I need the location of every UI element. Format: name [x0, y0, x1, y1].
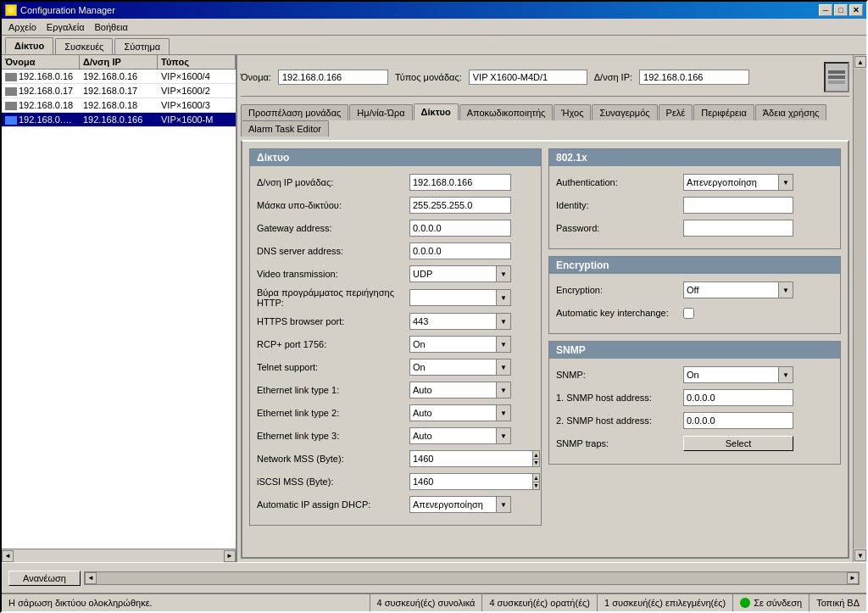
list-item[interactable]: 192.168.0.166 192.168.0.166 VIP×1600-M: [2, 113, 236, 127]
subnet-input[interactable]: [409, 197, 511, 214]
rcp-select[interactable]: OnOff: [409, 336, 511, 353]
encryption-panel: Encryption Encryption: OffOn ▼: [548, 256, 841, 334]
form-row-ip: Δ/νση IP μονάδας:: [257, 173, 534, 192]
iscsi-spinner[interactable]: ▲ ▼: [533, 473, 540, 490]
tab-alarm[interactable]: Συναγερμός: [592, 104, 657, 120]
eth2-select[interactable]: Auto10Mbps100Mbps: [409, 404, 511, 421]
scroll-up-btn[interactable]: ▲: [854, 56, 866, 68]
mss-spinner[interactable]: ▲ ▼: [533, 450, 540, 467]
eth1-select[interactable]: Auto10Mbps100Mbps: [409, 382, 511, 398]
left-panel: Όνομα Δ/νση IP Τύπος 192.168.0.16 192.16…: [2, 55, 237, 562]
gateway-label: Gateway address:: [257, 223, 409, 233]
tab-network[interactable]: Δίκτυο: [414, 103, 459, 120]
encryption-body: Encryption: OffOn ▼ Automatic key interc…: [549, 274, 840, 333]
left-panel-hscrollbar[interactable]: ◄ ►: [2, 549, 236, 562]
snmp-host1-input[interactable]: [683, 389, 793, 406]
close-button[interactable]: ✕: [849, 4, 863, 16]
dhcp-select[interactable]: ΑπενεργοποίησηΕνεργοποίηση: [409, 496, 511, 513]
status-total: 4 συσκευή(ές) συνολικά: [370, 594, 483, 611]
tab-relay[interactable]: Ρελέ: [659, 104, 693, 120]
telnet-select[interactable]: OnOff: [409, 359, 511, 376]
tab-system[interactable]: Σύστημα: [114, 38, 170, 54]
form-row-video: Video transmission: UDPTCPMulticast ▼: [257, 265, 534, 283]
menu-bar: Αρχείο Εργαλεία Βοήθεια: [2, 19, 866, 36]
col-ip: Δ/νση IP: [80, 55, 158, 69]
mss-down[interactable]: ▼: [533, 460, 539, 467]
snmp-host2-label: 2. SNMP host address:: [556, 415, 683, 426]
scroll-track-v: [854, 69, 866, 549]
tab-alarm-task[interactable]: Alarm Task Editor: [241, 120, 329, 137]
snmp-host2-input[interactable]: [683, 412, 793, 429]
window-title: Configuration Manager: [20, 5, 115, 15]
maximize-button[interactable]: □: [834, 4, 848, 16]
refresh-button[interactable]: Ανανέωση: [8, 571, 81, 586]
tab-network[interactable]: Δίκτυο: [5, 37, 53, 54]
status-connection-text: Σε σύνδεση: [754, 598, 802, 608]
list-item[interactable]: 192.168.0.16 192.168.0.16 VIP×1600/4: [2, 70, 236, 84]
tab-license[interactable]: Άδεια χρήσης: [755, 104, 827, 120]
form-row-http: Βύρα προγράμματος περιήγησης HTTP: 80808…: [257, 287, 534, 308]
list-item[interactable]: 192.168.0.18 192.168.0.18 VIP×1600/3: [2, 98, 236, 113]
hscroll-track: [97, 572, 847, 584]
rcp-label: RCP+ port 1756:: [257, 339, 409, 349]
header-name-value: 192.168.0.166: [278, 70, 388, 85]
form-row-password: Password:: [556, 219, 833, 237]
auth-body: Authentication: ΑπενεργοποίησηΕνεργοποίη…: [549, 166, 840, 248]
hscroll-right-btn[interactable]: ►: [847, 572, 859, 584]
password-input[interactable]: [683, 220, 793, 237]
minimize-button[interactable]: ─: [819, 4, 832, 16]
list-item[interactable]: 192.168.0.17 192.168.0.17 VIP×1600/2: [2, 84, 236, 98]
password-label: Password:: [556, 223, 683, 233]
hscroll-left-btn[interactable]: ◄: [85, 572, 97, 584]
dhcp-label: Automatic IP assign DHCP:: [257, 499, 409, 510]
bottom-bar: Ανανέωση ◄ ►: [2, 562, 866, 593]
gateway-input[interactable]: [409, 220, 511, 237]
form-row-dns: DNS server address:: [257, 242, 534, 260]
col-type: Τύπος: [158, 55, 236, 69]
auth-select[interactable]: ΑπενεργοποίησηΕνεργοποίηση: [683, 174, 793, 191]
iscsi-up[interactable]: ▲: [533, 474, 539, 482]
ip-field-input[interactable]: [409, 174, 511, 191]
tab-decoder[interactable]: Αποκωδικοποιητής: [459, 104, 554, 120]
tab-periphery[interactable]: Περιφέρεια: [693, 104, 754, 120]
iscsi-label: iSCSI MSS (Byte):: [257, 476, 409, 487]
bottom-hscrollbar[interactable]: ◄ ►: [84, 571, 860, 585]
network-panel: Δίκτυο Δ/νση IP μονάδας: Μάσκα υπο-δικτύ…: [249, 148, 542, 526]
main-vscrollbar[interactable]: ▲ ▼: [853, 55, 866, 562]
iscsi-down[interactable]: ▼: [533, 482, 539, 490]
tab-devices[interactable]: Συσκευές: [55, 38, 113, 54]
tab-datetime[interactable]: Ημ/νία-Ώρα: [349, 104, 412, 120]
mss-input[interactable]: [409, 450, 533, 467]
identity-input[interactable]: [683, 197, 793, 214]
https-label: HTTPS browser port:: [257, 316, 409, 326]
menu-file[interactable]: Αρχείο: [3, 20, 42, 34]
header-info: Όνομα: 192.168.0.166 Τύπος μονάδας: VIP …: [241, 59, 849, 97]
https-select[interactable]: 4438443: [409, 313, 511, 330]
status-connection: Σε σύνδεση: [733, 594, 810, 611]
scroll-track: [14, 549, 224, 562]
scroll-left-btn[interactable]: ◄: [2, 550, 14, 562]
eth3-select[interactable]: Auto10Mbps100Mbps: [409, 427, 511, 444]
dns-input[interactable]: [409, 242, 511, 259]
http-select[interactable]: 808080: [409, 289, 511, 306]
iscsi-input[interactable]: [409, 473, 533, 490]
scroll-right-btn[interactable]: ►: [224, 550, 236, 562]
snmp-select[interactable]: OnOff: [683, 366, 793, 383]
scroll-down-btn[interactable]: ▼: [854, 549, 866, 561]
tab-access[interactable]: Προσπέλαση μονάδας: [241, 104, 348, 120]
snmp-traps-select-button[interactable]: Select: [683, 436, 793, 451]
video-select[interactable]: UDPTCPMulticast: [409, 265, 511, 282]
mss-up[interactable]: ▲: [533, 451, 539, 460]
key-interchange-checkbox[interactable]: [683, 308, 694, 319]
device-icon-box: [824, 62, 849, 92]
app-icon: ⚙: [5, 4, 17, 16]
status-visible: 4 συσκευή(ές) ορατή(ές): [482, 594, 598, 611]
device-list[interactable]: 192.168.0.16 192.168.0.16 VIP×1600/4 192…: [2, 70, 236, 549]
status-db: Τοπική ΒΔ: [810, 594, 866, 611]
eth2-label: Ethernet link type 2:: [257, 408, 409, 418]
menu-tools[interactable]: Εργαλεία: [42, 20, 90, 34]
network-body: Δ/νση IP μονάδας: Μάσκα υπο-δικτύου: Gat…: [250, 166, 541, 525]
menu-help[interactable]: Βοήθεια: [90, 20, 133, 34]
tab-audio[interactable]: Ήχος: [554, 104, 591, 120]
encryption-select[interactable]: OffOn: [683, 281, 793, 298]
